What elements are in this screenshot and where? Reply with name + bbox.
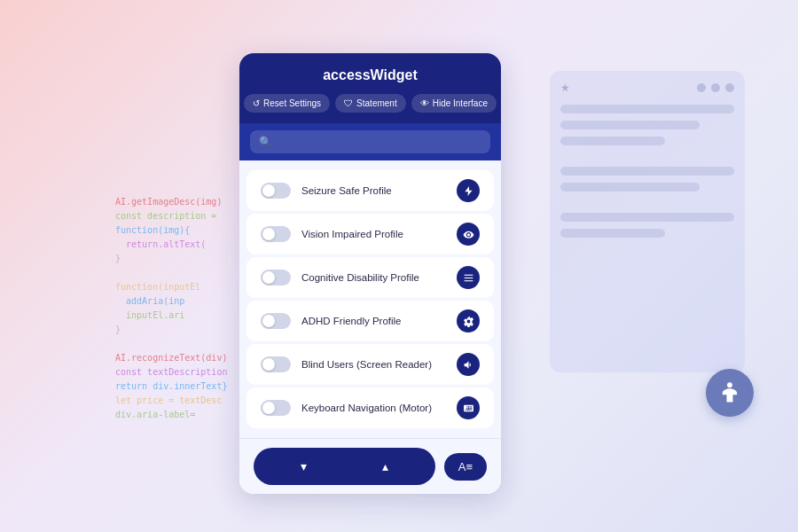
vision-profile-icon xyxy=(457,223,480,246)
code-line-13: const textDescription xyxy=(115,365,227,379)
down-label: ▾ xyxy=(301,459,307,473)
widget-title: accessWidget xyxy=(250,67,490,83)
browser-content-line-7 xyxy=(560,229,665,238)
code-background: AI.getImageDesc(img) const description =… xyxy=(115,195,227,422)
browser-dot-1 xyxy=(697,83,706,92)
seizure-profile-icon xyxy=(457,179,480,202)
code-line-8: addAria(inp xyxy=(115,294,227,309)
browser-star-icon: ★ xyxy=(560,82,570,94)
reset-settings-button[interactable]: ↺ Reset Settings xyxy=(244,94,330,113)
adhd-profile-name: ADHD Friendly Profile xyxy=(301,316,446,326)
adhd-toggle[interactable] xyxy=(261,313,291,329)
statement-icon: 🛡 xyxy=(344,98,353,108)
seizure-profile-name: Seizure Safe Profile xyxy=(301,185,446,196)
lightning-icon xyxy=(463,185,474,197)
code-line-11 xyxy=(115,337,227,351)
svg-rect-3 xyxy=(464,277,473,278)
browser-content-line-4 xyxy=(560,167,734,176)
reset-icon: ↺ xyxy=(253,98,260,108)
vision-toggle[interactable] xyxy=(261,226,291,242)
search-input[interactable] xyxy=(278,136,481,148)
keyboard-toggle[interactable] xyxy=(261,400,291,416)
blind-profile-name: Blind Users (Screen Reader) xyxy=(301,359,446,370)
footer-nav: ▾ ▴ xyxy=(254,448,435,485)
hide-label: Hide Interface xyxy=(433,98,488,108)
code-line-2: const description = xyxy=(115,209,227,223)
widget-footer: ▾ ▴ A≡ xyxy=(239,438,501,494)
profile-item-cognitive: Cognitive Disability Profile xyxy=(246,257,494,298)
eye-icon xyxy=(463,229,474,240)
code-line-14: return div.innerText} xyxy=(115,379,227,394)
browser-dot-2 xyxy=(711,83,720,92)
gear-icon xyxy=(463,316,474,327)
code-line-12: AI.recognizeText(div) xyxy=(115,351,227,365)
blind-toggle[interactable] xyxy=(261,356,291,372)
text-label: A≡ xyxy=(458,460,473,473)
statement-button[interactable]: 🛡 Statement xyxy=(335,94,406,113)
profile-item-adhd: ADHD Friendly Profile xyxy=(246,301,494,341)
code-line-7: function(inputEl xyxy=(115,280,227,294)
browser-mock: ★ xyxy=(550,71,745,372)
person-icon xyxy=(717,380,742,405)
statement-label: Statement xyxy=(356,98,397,108)
code-line-4: return.altText( xyxy=(115,238,227,252)
code-line-10: } xyxy=(115,323,227,337)
blind-profile-icon xyxy=(457,353,480,376)
reset-label: Reset Settings xyxy=(263,98,321,108)
cognitive-toggle[interactable] xyxy=(261,270,291,286)
svg-rect-4 xyxy=(464,280,473,281)
browser-dot-3 xyxy=(725,83,734,92)
widget-header: accessWidget ↺ Reset Settings 🛡 Statemen… xyxy=(239,53,501,123)
hide-interface-button[interactable]: 👁 Hide Interface xyxy=(411,94,497,113)
seizure-toggle[interactable] xyxy=(261,183,291,199)
search-icon: 🔍 xyxy=(259,136,272,148)
vision-profile-name: Vision Impaired Profile xyxy=(301,229,446,239)
profile-item-seizure: Seizure Safe Profile xyxy=(246,170,494,211)
list-icon xyxy=(463,272,474,284)
widget-search-area: 🔍 xyxy=(239,123,501,160)
keyboard-profile-icon xyxy=(457,396,480,419)
text-options-button[interactable]: A≡ xyxy=(444,453,487,481)
widget-action-buttons: ↺ Reset Settings 🛡 Statement 👁 Hide Inte… xyxy=(250,94,490,113)
hide-icon: 👁 xyxy=(420,98,429,108)
access-widget: accessWidget ↺ Reset Settings 🛡 Statemen… xyxy=(239,53,501,494)
keyboard-profile-name: Keyboard Navigation (Motor) xyxy=(301,403,446,413)
code-line-16: div.aria-label= xyxy=(115,408,227,422)
up-label: ▴ xyxy=(382,459,388,473)
code-line-5: } xyxy=(115,252,227,266)
speaker-icon xyxy=(463,359,474,371)
browser-content-line-1 xyxy=(560,105,734,113)
scroll-down-button[interactable]: ▾ xyxy=(293,455,316,478)
cognitive-profile-name: Cognitive Disability Profile xyxy=(301,272,446,283)
cognitive-profile-icon xyxy=(457,266,480,289)
code-line-3: function(img){ xyxy=(115,223,227,238)
search-input-row: 🔍 xyxy=(250,130,490,153)
profile-item-keyboard: Keyboard Navigation (Motor) xyxy=(246,387,494,428)
code-line-9: inputEl.ari xyxy=(115,309,227,323)
accessibility-button[interactable] xyxy=(706,369,754,417)
svg-rect-2 xyxy=(464,274,473,275)
browser-content-line-5 xyxy=(560,183,700,192)
profile-item-vision: Vision Impaired Profile xyxy=(246,214,494,254)
browser-content-line-2 xyxy=(560,121,700,129)
browser-content-line-3 xyxy=(560,137,665,145)
adhd-profile-icon xyxy=(457,309,480,332)
browser-content-line-6 xyxy=(560,213,734,222)
profiles-list: Seizure Safe Profile Vision Impaired Pro… xyxy=(239,160,501,438)
browser-topbar: ★ xyxy=(560,82,734,94)
code-line-1: AI.getImageDesc(img) xyxy=(115,195,227,209)
code-line-6 xyxy=(115,266,227,280)
keyboard-icon xyxy=(463,403,474,414)
scroll-up-button[interactable]: ▴ xyxy=(373,455,396,478)
svg-point-0 xyxy=(727,382,732,387)
code-line-15: let price = textDesc xyxy=(115,394,227,408)
profile-item-blind: Blind Users (Screen Reader) xyxy=(246,344,494,385)
